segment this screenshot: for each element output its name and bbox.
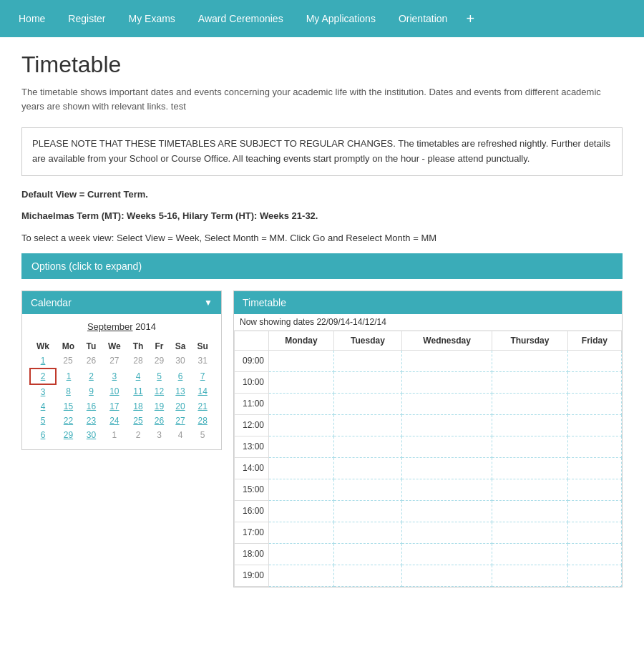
- calendar-day-cell[interactable]: 15: [56, 399, 81, 414]
- add-nav-item-button[interactable]: +: [459, 0, 482, 37]
- timetable-event-cell[interactable]: [333, 500, 401, 522]
- timetable-event-cell[interactable]: [492, 414, 567, 436]
- calendar-day-cell[interactable]: 30: [170, 353, 192, 369]
- timetable-event-cell[interactable]: [333, 393, 401, 414]
- calendar-month-link[interactable]: September: [87, 321, 133, 332]
- timetable-event-cell[interactable]: [492, 565, 567, 586]
- calendar-day-cell[interactable]: 4: [170, 428, 192, 442]
- calendar-day-cell[interactable]: 5: [149, 369, 169, 384]
- calendar-day-cell[interactable]: 4: [127, 369, 150, 384]
- timetable-event-cell[interactable]: [567, 479, 621, 500]
- calendar-day-cell[interactable]: 25: [56, 353, 81, 369]
- timetable-event-cell[interactable]: [401, 522, 492, 543]
- calendar-week-number[interactable]: 3: [30, 384, 56, 399]
- calendar-day-cell[interactable]: 29: [149, 353, 169, 369]
- calendar-day-cell[interactable]: 24: [102, 414, 127, 428]
- calendar-day-cell[interactable]: 1: [102, 428, 127, 442]
- calendar-day-cell[interactable]: 13: [170, 384, 192, 399]
- calendar-dropdown-arrow[interactable]: ▼: [204, 298, 213, 308]
- timetable-event-cell[interactable]: [333, 457, 401, 479]
- calendar-day-cell[interactable]: 3: [102, 369, 127, 384]
- calendar-day-cell[interactable]: 14: [191, 384, 214, 399]
- timetable-event-cell[interactable]: [492, 543, 567, 565]
- calendar-day-cell[interactable]: 21: [191, 399, 214, 414]
- timetable-event-cell[interactable]: [567, 371, 621, 393]
- timetable-event-cell[interactable]: [401, 479, 492, 500]
- timetable-event-cell[interactable]: [269, 522, 334, 543]
- timetable-event-cell[interactable]: [333, 414, 401, 436]
- timetable-event-cell[interactable]: [567, 522, 621, 543]
- timetable-event-cell[interactable]: [269, 436, 334, 457]
- timetable-event-cell[interactable]: [333, 522, 401, 543]
- calendar-week-number[interactable]: 5: [30, 414, 56, 428]
- timetable-event-cell[interactable]: [333, 565, 401, 586]
- calendar-day-cell[interactable]: 26: [149, 414, 169, 428]
- timetable-event-cell[interactable]: [567, 393, 621, 414]
- calendar-day-cell[interactable]: 2: [81, 369, 102, 384]
- timetable-event-cell[interactable]: [269, 457, 334, 479]
- calendar-week-number[interactable]: 4: [30, 399, 56, 414]
- nav-my-exams[interactable]: My Exams: [117, 0, 187, 37]
- calendar-day-cell[interactable]: 6: [170, 369, 192, 384]
- timetable-event-cell[interactable]: [333, 543, 401, 565]
- timetable-event-cell[interactable]: [401, 543, 492, 565]
- calendar-day-cell[interactable]: 19: [149, 399, 169, 414]
- calendar-day-cell[interactable]: 29: [56, 428, 81, 442]
- timetable-event-cell[interactable]: [269, 393, 334, 414]
- calendar-day-cell[interactable]: 2: [127, 428, 150, 442]
- calendar-day-cell[interactable]: 20: [170, 399, 192, 414]
- nav-my-applications[interactable]: My Applications: [295, 0, 387, 37]
- calendar-day-cell[interactable]: 1: [56, 369, 81, 384]
- timetable-event-cell[interactable]: [333, 436, 401, 457]
- timetable-event-cell[interactable]: [401, 371, 492, 393]
- calendar-header[interactable]: Calendar ▼: [22, 291, 221, 314]
- calendar-day-cell[interactable]: 11: [127, 384, 150, 399]
- timetable-event-cell[interactable]: [492, 436, 567, 457]
- calendar-day-cell[interactable]: 28: [127, 353, 150, 369]
- timetable-event-cell[interactable]: [269, 479, 334, 500]
- timetable-event-cell[interactable]: [269, 414, 334, 436]
- timetable-event-cell[interactable]: [492, 522, 567, 543]
- options-bar[interactable]: Options (click to expand): [21, 253, 623, 279]
- calendar-day-cell[interactable]: 8: [56, 384, 81, 399]
- timetable-event-cell[interactable]: [492, 457, 567, 479]
- timetable-event-cell[interactable]: [492, 393, 567, 414]
- timetable-event-cell[interactable]: [333, 350, 401, 371]
- calendar-day-cell[interactable]: 10: [102, 384, 127, 399]
- calendar-day-cell[interactable]: 27: [102, 353, 127, 369]
- timetable-event-cell[interactable]: [401, 414, 492, 436]
- calendar-day-cell[interactable]: 23: [81, 414, 102, 428]
- calendar-day-cell[interactable]: 9: [81, 384, 102, 399]
- timetable-event-cell[interactable]: [567, 436, 621, 457]
- timetable-event-cell[interactable]: [492, 479, 567, 500]
- calendar-week-number[interactable]: 6: [30, 428, 56, 442]
- calendar-day-cell[interactable]: 16: [81, 399, 102, 414]
- calendar-week-number[interactable]: 1: [30, 353, 56, 369]
- calendar-day-cell[interactable]: 18: [127, 399, 150, 414]
- timetable-event-cell[interactable]: [269, 350, 334, 371]
- calendar-day-cell[interactable]: 26: [81, 353, 102, 369]
- calendar-day-cell[interactable]: 28: [191, 414, 214, 428]
- nav-orientation[interactable]: Orientation: [387, 0, 459, 37]
- timetable-event-cell[interactable]: [492, 371, 567, 393]
- calendar-day-cell[interactable]: 7: [191, 369, 214, 384]
- timetable-event-cell[interactable]: [567, 350, 621, 371]
- nav-home[interactable]: Home: [7, 0, 57, 37]
- timetable-event-cell[interactable]: [401, 565, 492, 586]
- timetable-event-cell[interactable]: [567, 565, 621, 586]
- calendar-day-cell[interactable]: 5: [191, 428, 214, 442]
- timetable-event-cell[interactable]: [269, 543, 334, 565]
- timetable-event-cell[interactable]: [269, 500, 334, 522]
- timetable-event-cell[interactable]: [269, 371, 334, 393]
- timetable-event-cell[interactable]: [401, 500, 492, 522]
- calendar-day-cell[interactable]: 27: [170, 414, 192, 428]
- timetable-event-cell[interactable]: [567, 543, 621, 565]
- calendar-day-cell[interactable]: 3: [149, 428, 169, 442]
- timetable-event-cell[interactable]: [492, 500, 567, 522]
- calendar-day-cell[interactable]: 17: [102, 399, 127, 414]
- calendar-day-cell[interactable]: 12: [149, 384, 169, 399]
- timetable-event-cell[interactable]: [492, 350, 567, 371]
- timetable-event-cell[interactable]: [401, 393, 492, 414]
- calendar-week-number[interactable]: 2: [30, 369, 56, 384]
- nav-register[interactable]: Register: [57, 0, 117, 37]
